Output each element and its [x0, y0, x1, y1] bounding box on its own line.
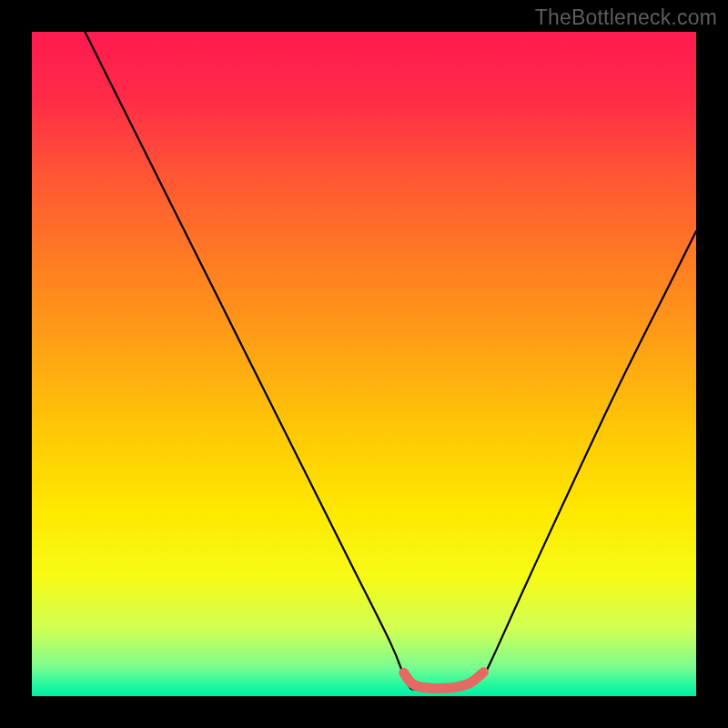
valley-highlight [404, 672, 484, 689]
plot-area [32, 32, 696, 696]
chart-frame: TheBottleneck.com [0, 0, 728, 728]
curve-layer [32, 32, 696, 696]
bottleneck-curve [85, 32, 696, 690]
watermark-text: TheBottleneck.com [535, 5, 717, 30]
